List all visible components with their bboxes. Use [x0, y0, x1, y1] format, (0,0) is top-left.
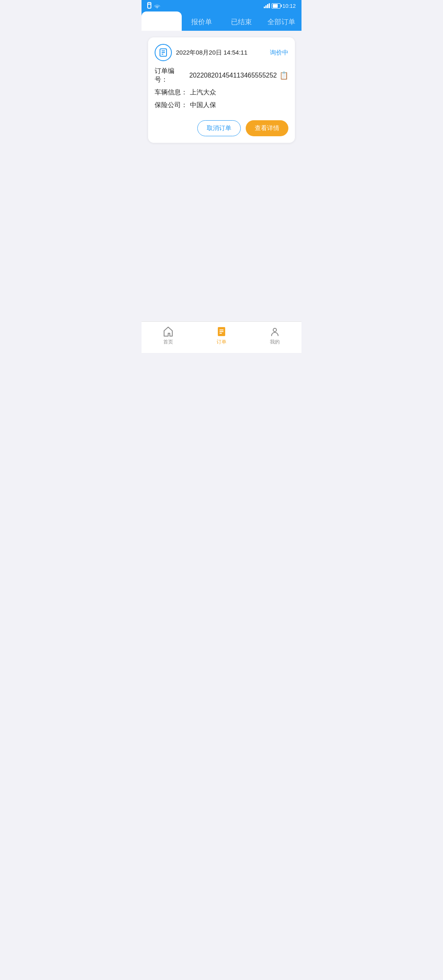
battery-icon [272, 3, 281, 9]
copy-icon[interactable]: 📋 [279, 71, 288, 80]
home-icon [162, 326, 174, 337]
lock-icon [147, 4, 151, 9]
cancel-order-button[interactable]: 取消订单 [197, 120, 241, 136]
tab-quote[interactable]: 报价单 [182, 11, 222, 31]
insurance-row: 保险公司： 中国人保 [155, 101, 288, 110]
bottom-nav: 首页 订单 我的 [142, 321, 301, 353]
tab-all[interactable]: 全部订单 [262, 11, 302, 31]
vehicle-info-row: 车辆信息： 上汽大众 [155, 88, 288, 97]
vehicle-info-label: 车辆信息： [155, 88, 187, 97]
order-number-row: 订单编号： 202208201454113465555252 📋 [155, 67, 288, 84]
status-bar-right: 10:12 [264, 3, 296, 9]
order-number-value: 202208201454113465555252 [189, 72, 277, 79]
card-actions: 取消订单 查看详情 [155, 120, 288, 136]
nav-profile-label: 我的 [270, 339, 280, 346]
svg-rect-7 [219, 333, 222, 334]
svg-rect-6 [219, 331, 224, 332]
tab-inquiry[interactable]: 询价单 [142, 11, 182, 31]
view-detail-button[interactable]: 查看详情 [246, 120, 288, 136]
card-header-left: 2022年08月20日 14:54:11 [155, 44, 247, 61]
wifi-icon [154, 3, 160, 8]
nav-order-label: 订单 [217, 339, 226, 346]
order-info: 订单编号： 202208201454113465555252 📋 车辆信息： 上… [155, 67, 288, 118]
order-card-icon [155, 44, 172, 61]
nav-profile[interactable]: 我的 [269, 326, 281, 346]
card-header: 2022年08月20日 14:54:11 询价中 [155, 44, 288, 61]
order-datetime: 2022年08月20日 14:54:11 [176, 49, 247, 57]
nav-home-label: 首页 [163, 339, 173, 346]
order-status: 询价中 [270, 49, 288, 57]
main-content: 2022年08月20日 14:54:11 询价中 订单编号： 202208201… [142, 31, 301, 321]
tab-ended[interactable]: 已结束 [222, 11, 262, 31]
user-icon [269, 326, 281, 337]
nav-home[interactable]: 首页 [162, 326, 174, 346]
status-bar: 10:12 [142, 0, 301, 11]
order-icon [216, 326, 227, 337]
status-time: 10:12 [282, 3, 296, 9]
insurance-label: 保险公司： [155, 101, 187, 110]
svg-rect-5 [219, 330, 224, 330]
signal-bars-icon [264, 3, 270, 8]
svg-point-8 [273, 328, 276, 332]
tab-header: 询价单 报价单 已结束 全部订单 [142, 11, 301, 31]
vehicle-info-value: 上汽大众 [190, 88, 216, 97]
insurance-value: 中国人保 [190, 101, 216, 110]
nav-order[interactable]: 订单 [216, 326, 227, 346]
order-card: 2022年08月20日 14:54:11 询价中 订单编号： 202208201… [148, 37, 295, 143]
order-number-label: 订单编号： [155, 67, 187, 84]
status-bar-left [147, 3, 160, 9]
